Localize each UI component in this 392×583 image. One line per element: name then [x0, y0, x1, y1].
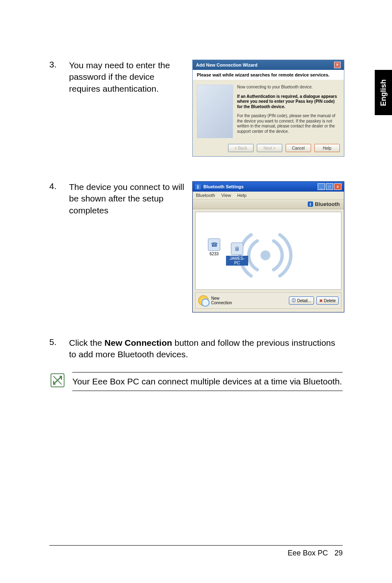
new-connection-line1: New — [211, 296, 232, 301]
footer-page-number: 29 — [334, 549, 343, 558]
page: English 3. You may need to enter the pas… — [0, 0, 392, 583]
back-button[interactable]: < Back — [228, 144, 254, 152]
footer-product: Eee Box PC — [288, 549, 328, 558]
language-tab-label: English — [379, 79, 388, 106]
new-connection-icon — [198, 295, 209, 306]
bluetooth-window: ᛒ Bluetooth Settings _ □ × Bluetooth Vie… — [192, 181, 344, 312]
detail-button[interactable]: ⓘDetail... — [289, 296, 314, 305]
cancel-button[interactable]: Cancel — [286, 144, 311, 152]
wizard-buttons: < Back Next > Cancel Help — [193, 141, 344, 156]
screenshot-bluetooth-settings: ᛒ Bluetooth Settings _ □ × Bluetooth Vie… — [192, 181, 344, 312]
bluetooth-icon: ᛒ — [195, 184, 201, 190]
page-footer: Eee Box PC 29 — [49, 545, 343, 558]
bluetooth-brand-label: Bluetooth — [315, 201, 340, 207]
note-box: Your Eee Box PC can connect multiple dev… — [49, 372, 343, 391]
step-text: The device you connect to will be shown … — [69, 181, 192, 216]
help-button[interactable]: Help — [314, 144, 340, 152]
info-icon: ⓘ — [292, 298, 296, 303]
step-5: 5. Click the New Connection button and f… — [49, 337, 343, 361]
delete-button[interactable]: ✖Delete — [316, 296, 339, 305]
delete-icon: ✖ — [319, 298, 323, 303]
new-connection-button[interactable]: New Connection — [198, 295, 232, 306]
language-tab: English — [375, 70, 392, 115]
close-icon[interactable]: × — [334, 183, 341, 190]
computer-icon: 🖥 — [231, 243, 243, 255]
bluetooth-logo-icon: ᛒ — [308, 201, 313, 207]
bluetooth-brand-bar: ᛒ Bluetooth — [193, 199, 344, 209]
wizard-messages: Now connecting to your Bluetooth device.… — [237, 85, 340, 138]
maximize-icon[interactable]: □ — [326, 183, 333, 190]
step-number: 3. — [49, 60, 69, 69]
screenshot-wizard: Add New Connection Wizard × Please wait … — [192, 60, 344, 157]
minimize-icon[interactable]: _ — [318, 183, 325, 190]
detail-label: Detail... — [297, 298, 311, 303]
menu-help[interactable]: Help — [237, 193, 247, 198]
wizard-title-text: Add New Connection Wizard — [196, 62, 258, 67]
phone-icon: ☎ — [208, 238, 220, 251]
new-connection-line2: Connection — [211, 301, 232, 305]
device-label: JAMES-PC — [226, 256, 248, 266]
wizard-titlebar: Add New Connection Wizard × — [193, 60, 344, 70]
delete-label: Delete — [324, 298, 336, 303]
step-text: You may need to enter the password if th… — [69, 60, 192, 95]
step-number: 5. — [49, 337, 69, 347]
step5-bold: New Connection — [104, 338, 172, 347]
wizard-line3: For the passkey (PIN code), please see t… — [237, 113, 340, 134]
svg-point-0 — [261, 250, 270, 260]
menu-bluetooth[interactable]: Bluetooth — [196, 193, 215, 198]
step-3: 3. You may need to enter the password if… — [49, 60, 343, 157]
bluetooth-titlebar: ᛒ Bluetooth Settings _ □ × — [193, 182, 344, 192]
next-button[interactable]: Next > — [257, 144, 282, 152]
menu-view[interactable]: View — [221, 193, 231, 198]
note-text: Your Eee Box PC can connect multiple dev… — [72, 372, 343, 391]
bluetooth-menubar: Bluetooth View Help — [193, 192, 344, 199]
wizard-line2: If an Authentication is required, a dial… — [237, 94, 340, 110]
step5-before: Click the — [69, 338, 104, 347]
step-number: 4. — [49, 181, 69, 191]
wizard-illustration — [197, 85, 233, 138]
step-text: Click the New Connection button and foll… — [69, 337, 343, 361]
wizard-window: Add New Connection Wizard × Please wait … — [192, 60, 344, 157]
bluetooth-bottom-bar: New Connection ⓘDetail... ✖Delete — [195, 292, 341, 309]
device-item-6233[interactable]: ☎ 6233 — [203, 238, 225, 256]
wizard-line1: Now connecting to your Bluetooth device. — [237, 85, 340, 90]
device-label: 6233 — [203, 252, 225, 256]
note-icon — [49, 372, 66, 389]
step-4: 4. The device you connect to will be sho… — [49, 181, 343, 312]
device-item-james-pc[interactable]: 🖥 JAMES-PC — [226, 243, 248, 266]
close-icon[interactable]: × — [334, 62, 341, 68]
wizard-body: Now connecting to your Bluetooth device.… — [193, 80, 344, 141]
bluetooth-device-canvas: ☎ 6233 🖥 JAMES-PC — [195, 212, 341, 290]
window-controls: _ □ × — [318, 183, 341, 190]
wizard-subtitle: Please wait while wizard searches for re… — [193, 70, 344, 80]
bluetooth-title-text: Bluetooth Settings — [203, 184, 244, 189]
